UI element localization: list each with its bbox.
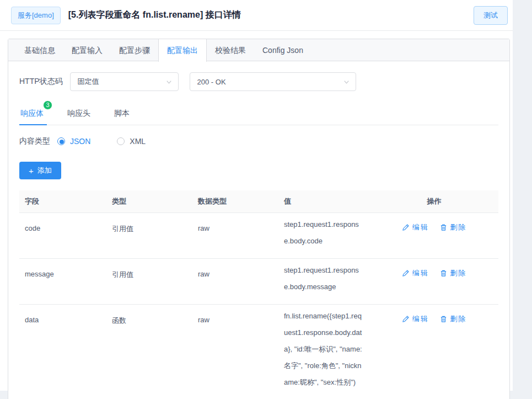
test-button[interactable]: 测试 [474,6,508,25]
cell-actions: 编辑 删除 [370,304,498,399]
delete-button[interactable]: 删除 [440,314,466,324]
add-button[interactable]: + 添加 [19,162,61,179]
edit-label: 编辑 [412,222,429,232]
tab-response-header[interactable]: 响应头 [66,104,92,125]
delete-button[interactable]: 删除 [440,222,466,232]
chevron-down-icon [165,78,173,86]
cell-field: code [19,212,106,258]
cell-value: step1.request1.response.body.message [278,258,370,304]
content-type-row: 内容类型 JSON XML [19,136,498,146]
radio-xml-label: XML [130,137,146,146]
delete-label: 删除 [450,222,466,232]
pencil-icon [402,269,410,277]
radio-json[interactable]: JSON [57,137,90,146]
page-header: 服务[demo] [5.列表字段重命名 fn.list.rename] 接口详情… [0,0,513,31]
table-row: message 引用值 raw step1.request1.response.… [19,258,498,304]
tab-validation-result[interactable]: 校验结果 [207,39,254,61]
status-mode-value: 固定值 [78,77,99,87]
content-type-label: 内容类型 [19,136,50,146]
tab-content: HTTP状态码 固定值 200 - OK 响应体 [8,61,509,399]
cell-actions: 编辑 删除 [370,212,498,258]
response-tabbar: 响应体 3 响应头 脚本 [19,104,498,125]
col-header-type: 类型 [106,190,192,212]
status-mode-select[interactable]: 固定值 [70,72,179,91]
cell-value: step1.request1.response.body.code [278,212,370,258]
cell-type: 引用值 [106,258,192,304]
tab-config-output[interactable]: 配置输出 [158,39,207,62]
trash-icon [440,269,447,277]
cell-actions: 编辑 删除 [370,258,498,304]
status-code-value: 200 - OK [197,78,226,86]
pencil-icon [402,315,410,323]
service-badge[interactable]: 服务[demo] [11,7,61,24]
col-header-value: 值 [278,190,370,212]
cell-field: data [19,304,106,399]
delete-button[interactable]: 删除 [440,268,466,278]
cell-field: message [19,258,106,304]
app-panel: 服务[demo] [5.列表字段重命名 fn.list.rename] 接口详情… [0,0,513,391]
radio-xml[interactable]: XML [117,137,146,146]
tab-config-json[interactable]: Config Json [254,39,311,61]
delete-label: 删除 [450,314,466,324]
tab-config-steps[interactable]: 配置步骤 [111,39,158,61]
radio-unchecked-icon [117,137,125,145]
trash-icon [440,224,447,231]
edit-button[interactable]: 编辑 [402,222,429,232]
edit-button[interactable]: 编辑 [402,314,429,324]
cell-datatype: raw [192,258,278,304]
cell-type: 引用值 [106,212,192,258]
radio-checked-icon [57,137,65,145]
tab-script[interactable]: 脚本 [113,104,131,125]
tab-response-body-label: 响应体 [20,109,44,118]
plus-icon: + [29,167,34,175]
table-row: data 函数 raw fn.list.rename({step1.reques… [19,304,498,399]
tab-basic-info[interactable]: 基础信息 [16,39,63,61]
edit-button[interactable]: 编辑 [402,268,429,278]
col-header-field: 字段 [19,190,106,212]
detail-card: 基础信息 配置输入 配置步骤 配置输出 校验结果 Config Json HTT… [8,39,510,399]
tab-config-input[interactable]: 配置输入 [63,39,111,61]
response-fields-table: 字段 类型 数据类型 值 操作 code 引用值 raw step1.reque… [19,190,498,399]
http-status-row: HTTP状态码 固定值 200 - OK [19,72,498,91]
cell-type: 函数 [106,304,192,399]
cell-value: fn.list.rename({step1.request1.response.… [278,304,370,399]
edit-label: 编辑 [412,314,429,324]
chevron-down-icon [343,78,350,86]
table-row: code 引用值 raw step1.request1.response.bod… [19,212,498,258]
page-title: [5.列表字段重命名 fn.list.rename] 接口详情 [68,9,474,21]
response-body-count-badge: 3 [43,100,52,110]
table-header-row: 字段 类型 数据类型 值 操作 [19,190,498,212]
pencil-icon [402,224,410,231]
main-tabbar: 基础信息 配置输入 配置步骤 配置输出 校验结果 Config Json [8,39,509,61]
col-header-datatype: 数据类型 [192,190,278,212]
col-header-action: 操作 [370,190,498,212]
add-button-label: 添加 [37,166,52,175]
status-code-select[interactable]: 200 - OK [190,72,356,91]
radio-json-label: JSON [70,137,90,146]
edit-label: 编辑 [412,268,429,278]
http-status-label: HTTP状态码 [19,77,63,87]
cell-datatype: raw [192,304,278,399]
delete-label: 删除 [450,268,466,278]
cell-datatype: raw [192,212,278,258]
trash-icon [440,315,447,323]
tab-response-body[interactable]: 响应体 3 [19,104,45,125]
